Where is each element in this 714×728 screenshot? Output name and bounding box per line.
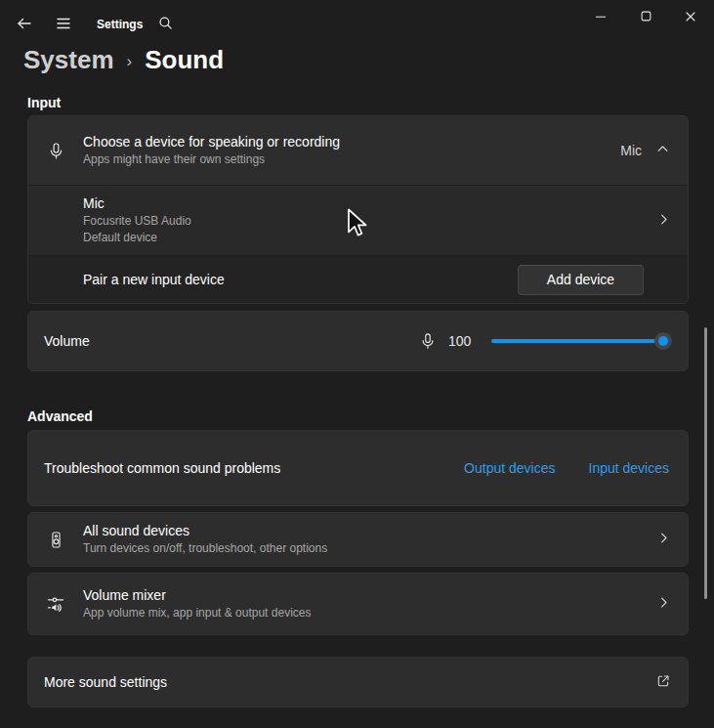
microphone-icon xyxy=(419,332,437,350)
input-devices-link[interactable]: Input devices xyxy=(589,460,670,476)
input-device-expander: Choose a device for speaking or recordin… xyxy=(27,115,689,304)
volume-mixer-subtitle: App volume mix, app input & output devic… xyxy=(83,605,311,621)
device-picker-title: Choose a device for speaking or recordin… xyxy=(83,133,340,151)
troubleshoot-label: Troubleshoot common sound problems xyxy=(44,459,280,478)
search-button[interactable] xyxy=(153,13,177,36)
nav-menu-button[interactable] xyxy=(52,13,75,36)
app-title: Settings xyxy=(97,18,143,31)
maximize-icon xyxy=(639,9,653,26)
input-section-heading: Input xyxy=(27,95,61,110)
mic-device-row[interactable]: Mic Focusrite USB Audio Default device xyxy=(28,185,688,255)
scrollbar[interactable] xyxy=(704,327,707,599)
pair-device-row: Pair a new input device Add device xyxy=(28,255,688,303)
all-sound-devices-row[interactable]: All sound devices Turn devices on/off, t… xyxy=(27,512,689,567)
device-picker-subtitle: Apps might have their own settings xyxy=(83,151,340,168)
search-icon xyxy=(157,15,174,34)
pair-device-label: Pair a new input device xyxy=(83,272,225,287)
output-devices-link[interactable]: Output devices xyxy=(464,460,555,476)
close-icon xyxy=(683,9,698,27)
volume-mixer-icon xyxy=(28,594,83,614)
troubleshoot-row: Troubleshoot common sound problems Outpu… xyxy=(27,430,689,506)
device-name: Mic xyxy=(83,194,191,213)
slider-fill xyxy=(491,339,663,343)
back-arrow-icon xyxy=(16,15,33,35)
maximize-button[interactable] xyxy=(627,4,664,31)
volume-label: Volume xyxy=(44,333,90,349)
breadcrumb: System › Sound xyxy=(23,45,224,75)
page-title: Sound xyxy=(145,45,224,75)
device-picker-header[interactable]: Choose a device for speaking or recordin… xyxy=(28,116,688,185)
close-button[interactable] xyxy=(672,4,709,31)
settings-window: Settings System › Sound Input Ch xyxy=(0,0,714,728)
chevron-right-icon xyxy=(656,595,688,613)
breadcrumb-separator-icon: › xyxy=(127,49,133,71)
device-vendor: Focusrite USB Audio xyxy=(83,213,191,230)
minimize-button[interactable] xyxy=(582,4,619,31)
external-link-icon xyxy=(655,673,688,692)
more-sound-settings-row[interactable]: More sound settings xyxy=(27,657,689,707)
hamburger-menu-icon xyxy=(55,15,72,35)
device-picker-value: Mic xyxy=(620,143,642,158)
microphone-icon xyxy=(28,142,83,160)
breadcrumb-system[interactable]: System xyxy=(23,45,114,75)
volume-mixer-row[interactable]: Volume mixer App volume mix, app input &… xyxy=(27,573,689,635)
speaker-device-icon xyxy=(28,531,83,549)
chevron-right-icon xyxy=(656,531,688,548)
volume-slider[interactable] xyxy=(491,332,672,350)
advanced-section-heading: Advanced xyxy=(27,408,93,424)
slider-thumb[interactable] xyxy=(654,332,672,350)
volume-mixer-title: Volume mixer xyxy=(83,586,311,605)
volume-row: Volume 100 xyxy=(27,311,689,371)
volume-value: 100 xyxy=(448,333,478,349)
back-button[interactable] xyxy=(13,13,36,36)
all-sound-devices-title: All sound devices xyxy=(83,522,327,540)
device-status: Default device xyxy=(83,230,191,246)
all-sound-devices-subtitle: Turn devices on/off, troubleshoot, other… xyxy=(83,540,327,557)
chevron-right-icon xyxy=(656,212,688,230)
minimize-icon xyxy=(593,9,609,27)
add-device-button[interactable]: Add device xyxy=(518,265,644,295)
more-sound-settings-label: More sound settings xyxy=(44,673,167,692)
chevron-up-icon xyxy=(655,142,670,159)
